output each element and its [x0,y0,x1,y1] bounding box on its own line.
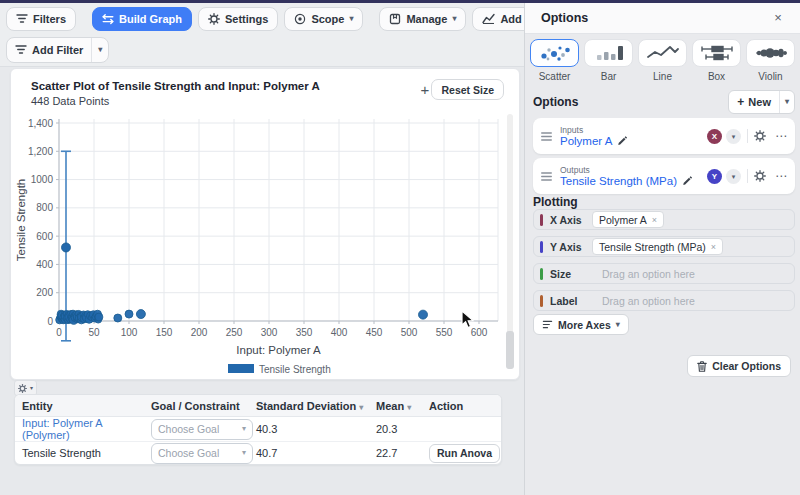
chart-type-violin[interactable] [746,39,795,67]
x-axis-chip-label: Polymer A [599,214,647,226]
svg-text:600: 600 [36,231,53,242]
outputs-option-card[interactable]: Outputs Tensile Strength (MPa) Y ▾ ⋯ [533,158,795,194]
chart-type-labels: Scatter Bar Line Box Violin [530,71,795,82]
remove-chip-icon[interactable]: × [711,242,716,252]
add-filter-button[interactable]: Add Filter [7,38,91,62]
std-dev-value: 40.7 [252,442,372,465]
x-axis-row[interactable]: X Axis Polymer A× [533,209,795,230]
size-row-label: Size [550,268,592,280]
chart-scrollbar[interactable] [507,114,513,369]
clear-options-button[interactable]: Clear Options [687,355,791,377]
stats-table-header-row: EntityGoal / ConstraintStandard Deviatio… [15,395,501,417]
chart-scrollbar-thumb[interactable] [506,331,514,369]
outputs-axis-dropdown[interactable]: ▾ [726,169,741,184]
gear-icon[interactable] [754,130,766,142]
chart-type-label-box: Box [692,71,741,82]
toolbar-row-2: Add Filter ▾ [0,34,524,65]
y-axis-chip[interactable]: Tensile Strength (MPa)× [592,238,723,255]
build-graph-button[interactable]: Build Graph [92,7,192,31]
build-graph-label: Build Graph [119,13,182,25]
stats-table: EntityGoal / ConstraintStandard Deviatio… [15,395,501,464]
goal-select[interactable]: Choose Goal▾ [151,419,253,440]
chart-type-line[interactable] [638,39,687,67]
svg-text:450: 450 [366,327,383,338]
y-axis-badge[interactable]: Y [707,169,722,184]
trash-icon [697,361,707,372]
chevron-down-icon: ▾ [732,173,736,180]
inputs-option-card[interactable]: Inputs Polymer A X ▾ ⋯ [533,118,795,154]
goal-select-value: Choose Goal [158,423,219,435]
table-row: Input: Polymer A (Polymer)Choose Goal▾40… [15,417,501,442]
close-icon[interactable]: × [769,9,787,27]
y-axis-chip-label: Tensile Strength (MPa) [599,241,706,253]
remove-chip-icon[interactable]: × [652,215,657,225]
mean-value: 22.7 [372,442,425,465]
more-axes-label: More Axes [558,319,611,331]
chevron-down-icon: ▾ [785,98,789,106]
svg-text:200: 200 [36,287,53,298]
drag-handle-icon [541,132,552,141]
svg-text:300: 300 [261,327,278,338]
chevron-down-icon: ▾ [242,449,246,457]
chart-type-scatter[interactable] [530,39,579,67]
outputs-value[interactable]: Tensile Strength (MPa) [560,175,677,188]
pencil-icon[interactable] [682,176,692,186]
new-button[interactable]: + New [729,91,779,113]
filters-button[interactable]: Filters [6,7,76,31]
settings-label: Settings [225,13,268,25]
box-plot-icon [698,43,736,63]
mean-value: 20.3 [372,417,425,442]
goal-select[interactable]: Choose Goal▾ [151,443,253,464]
entity-link[interactable]: Input: Polymer A (Polymer) [22,417,102,441]
size-color-bar [540,268,543,280]
add-filter-dropdown[interactable]: ▾ [91,38,108,62]
chart-type-bar[interactable] [584,39,633,67]
sort-caret-icon[interactable]: ▾ [359,403,363,412]
toolbar-row-1: Filters Build Graph Settings Scope ▾ Man… [0,3,524,34]
label-drop-placeholder: Drag an option here [602,295,695,307]
svg-text:400: 400 [331,327,348,338]
y-axis-row[interactable]: Y Axis Tensile Strength (MPa)× [533,236,795,257]
more-options-icon[interactable]: ⋯ [775,132,787,140]
reset-size-button[interactable]: Reset Size [431,79,504,100]
manage-button[interactable]: Manage ▾ [379,7,466,31]
chevron-down-icon: ▾ [452,15,456,23]
new-button-label: New [748,96,771,108]
new-dropdown[interactable]: ▾ [779,91,794,113]
pencil-icon[interactable] [617,136,627,146]
svg-text:50: 50 [88,327,100,338]
scope-button[interactable]: Scope ▾ [284,7,363,31]
chart-subtitle: 448 Data Points [31,95,109,107]
x-axis-badge[interactable]: X [707,129,722,144]
svg-text:350: 350 [296,327,313,338]
svg-text:1,200: 1,200 [28,146,53,157]
label-row[interactable]: Label Drag an option here [533,290,795,311]
entity-label: Tensile Strength [22,447,101,459]
inputs-value[interactable]: Polymer A [560,135,612,148]
list-icon [542,319,553,330]
sort-caret-icon[interactable]: ▾ [407,403,411,412]
svg-text:800: 800 [36,202,53,213]
y-axis-row-label: Y Axis [550,241,592,253]
scope-icon [294,13,306,25]
run-anova-button[interactable]: Run Anova [429,444,500,463]
svg-text:1000: 1000 [31,174,54,185]
more-options-icon[interactable]: ⋯ [775,172,787,180]
x-axis-color-bar [540,214,543,226]
x-axis-chip[interactable]: Polymer A× [592,211,664,228]
size-row[interactable]: Size Drag an option here [533,263,795,284]
label-row-label: Label [550,295,592,307]
table-column-header[interactable]: Mean▾ [372,395,425,417]
more-axes-button[interactable]: More Axes ▾ [533,314,629,335]
add-filter-split-button: Add Filter ▾ [6,37,109,63]
chart-type-box[interactable] [692,39,741,67]
inputs-axis-dropdown[interactable]: ▾ [726,129,741,144]
scatter-plot: 0501001502002503003504004505005506000200… [11,107,511,379]
table-column-header[interactable]: Standard Deviation▾ [252,395,372,417]
size-drop-placeholder: Drag an option here [602,268,695,280]
svg-text:400: 400 [36,259,53,270]
svg-text:200: 200 [191,327,208,338]
svg-text:Input: Polymer A: Input: Polymer A [236,344,321,356]
settings-button[interactable]: Settings [198,7,278,31]
gear-icon[interactable] [754,170,766,182]
